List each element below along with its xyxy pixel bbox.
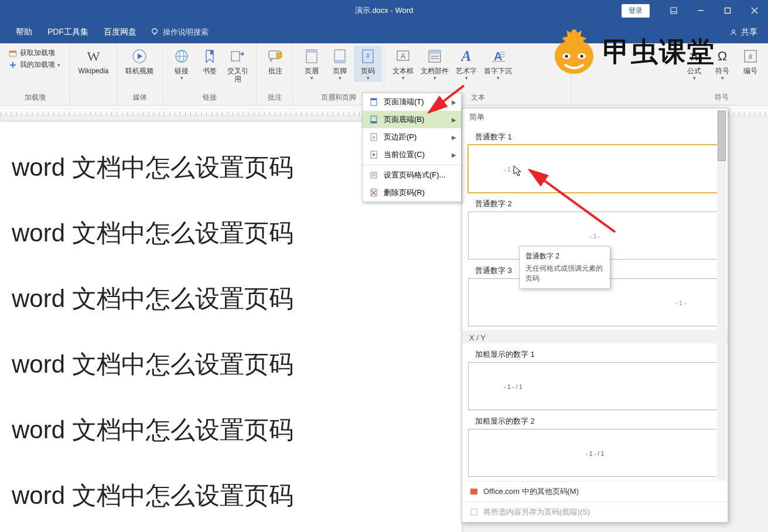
svg-rect-16 bbox=[231, 52, 240, 61]
svg-text:A: A bbox=[494, 50, 502, 63]
page-bottom-icon bbox=[368, 115, 379, 124]
tab-pdf-tools[interactable]: PDF工具集 bbox=[40, 21, 96, 43]
share-button[interactable]: 共享 bbox=[729, 27, 757, 37]
wordart-button[interactable]: A 艺术字 ▾ bbox=[452, 46, 480, 82]
tab-baidu-disk[interactable]: 百度网盘 bbox=[96, 21, 144, 43]
current-pos-icon bbox=[368, 150, 379, 159]
group-label-media: 媒体 bbox=[117, 91, 162, 105]
scrollbar-thumb[interactable] bbox=[718, 111, 726, 161]
wordart-icon: A bbox=[457, 47, 476, 66]
doc-line: word 文档中怎么设置页码 bbox=[12, 217, 450, 250]
link-button[interactable]: 链接 ▾ bbox=[168, 46, 196, 82]
menu-page-margins[interactable]: # 页边距(P) ▶ bbox=[363, 128, 461, 146]
gallery-section-xy: X / Y bbox=[462, 330, 728, 343]
gallery-item-label: 普通数字 1 bbox=[468, 128, 722, 145]
mouse-cursor-icon bbox=[513, 165, 523, 177]
svg-line-56 bbox=[530, 170, 615, 232]
maximize-button[interactable] bbox=[714, 0, 741, 21]
svg-text:#: # bbox=[749, 53, 753, 61]
svg-text:#: # bbox=[366, 52, 370, 59]
page-top-icon bbox=[368, 97, 379, 107]
svg-rect-2 bbox=[725, 8, 731, 13]
menu-current-position[interactable]: 当前位置(C) ▶ bbox=[363, 146, 461, 163]
page-margins-icon: # bbox=[368, 132, 379, 142]
beetle-icon bbox=[549, 26, 599, 79]
link-icon bbox=[172, 47, 191, 66]
doc-line: word 文档中怎么设置页码 bbox=[12, 479, 450, 512]
svg-point-60 bbox=[581, 55, 583, 58]
gallery-tooltip: 普通数字 2 无任何格式或强调元素的页码 bbox=[519, 246, 610, 289]
gallery-save-selection[interactable]: 将所选内容另存为页码(底端)(S) bbox=[462, 502, 728, 522]
my-addins-button[interactable]: 我的加载项 ▾ bbox=[8, 60, 60, 70]
svg-rect-51 bbox=[470, 489, 477, 495]
svg-rect-40 bbox=[371, 121, 377, 123]
dropcap-button[interactable]: A 首字下沉 ▾ bbox=[480, 46, 516, 82]
svg-rect-19 bbox=[306, 50, 317, 53]
chevron-right-icon: ▶ bbox=[452, 152, 456, 158]
my-addins-label: 我的加载项 bbox=[20, 60, 55, 70]
annotation-arrow-2 bbox=[521, 163, 621, 239]
tell-me-search[interactable]: 操作说明搜索 bbox=[163, 27, 209, 37]
svg-marker-15 bbox=[210, 50, 213, 55]
svg-marker-11 bbox=[138, 53, 142, 59]
quick-parts-button[interactable]: 文档部件 ▾ bbox=[417, 46, 452, 82]
bulb-icon bbox=[150, 27, 159, 38]
close-button[interactable] bbox=[741, 0, 768, 21]
get-addins-button[interactable]: 获取加载项 bbox=[8, 48, 60, 58]
minimize-button[interactable] bbox=[687, 0, 714, 21]
gallery-item-bold-2[interactable]: 加粗显示的数字 2 - 1 - / 1 bbox=[468, 412, 722, 477]
crossref-icon bbox=[228, 47, 247, 66]
doc-line: word 文档中怎么设置页码 bbox=[12, 348, 450, 381]
tooltip-desc: 无任何格式或强调元素的页码 bbox=[525, 264, 604, 284]
addin-icon bbox=[8, 60, 18, 70]
svg-rect-38 bbox=[371, 98, 377, 100]
svg-rect-45 bbox=[371, 172, 377, 178]
store-icon bbox=[8, 49, 18, 58]
footer-button[interactable]: 页脚 ▾ bbox=[326, 46, 354, 82]
svg-rect-21 bbox=[334, 60, 345, 63]
online-video-button[interactable]: 联机视频 bbox=[122, 46, 157, 76]
format-icon bbox=[368, 170, 379, 180]
gallery-item-bold-1[interactable]: 加粗显示的数字 1 - 1 - / 1 bbox=[468, 346, 722, 410]
textbox-button[interactable]: A 文本框 ▾ bbox=[389, 46, 417, 82]
svg-text:#: # bbox=[373, 135, 376, 140]
comment-button[interactable]: 批注 bbox=[261, 46, 289, 76]
login-button[interactable]: 登录 bbox=[622, 4, 650, 18]
page-number-button[interactable]: # 页码 ▾ bbox=[354, 46, 382, 82]
watermark-text: 甲虫课堂 bbox=[603, 34, 715, 70]
svg-rect-0 bbox=[671, 8, 677, 13]
footer-icon bbox=[330, 47, 349, 66]
save-icon bbox=[469, 507, 479, 517]
parts-icon bbox=[425, 47, 444, 66]
annotation-arrow-1 bbox=[422, 82, 469, 123]
get-addins-label: 获取加载项 bbox=[20, 48, 55, 58]
wikipedia-button[interactable]: W Wikipedia bbox=[75, 46, 112, 76]
textbox-icon: A bbox=[394, 47, 412, 66]
office-icon bbox=[469, 487, 479, 496]
bookmark-button[interactable]: 书签 bbox=[196, 46, 224, 76]
header-icon bbox=[302, 47, 321, 66]
svg-point-5 bbox=[152, 28, 157, 33]
gallery-office-more[interactable]: Office.com 中的其他页码(M) bbox=[462, 481, 728, 502]
svg-line-54 bbox=[429, 86, 464, 112]
svg-text:A: A bbox=[401, 52, 405, 60]
header-button[interactable]: 页眉 ▾ bbox=[298, 46, 326, 82]
svg-rect-27 bbox=[429, 50, 441, 54]
number-icon: # bbox=[741, 47, 760, 66]
watermark-logo: 甲虫课堂 bbox=[549, 26, 715, 79]
svg-point-7 bbox=[732, 30, 735, 33]
title-bar: 演示.docx - Word 登录 bbox=[0, 0, 768, 21]
svg-rect-52 bbox=[471, 509, 477, 515]
menu-format-page-numbers[interactable]: 设置页码格式(F)... bbox=[363, 166, 461, 184]
ribbon-display-button[interactable] bbox=[660, 0, 687, 21]
number-button[interactable]: # 编号 bbox=[736, 46, 764, 76]
svg-rect-28 bbox=[431, 56, 439, 57]
gallery-item-label: 加粗显示的数字 2 bbox=[468, 412, 722, 429]
menu-remove-page-numbers[interactable]: 删除页码(R) bbox=[363, 184, 461, 202]
remove-icon bbox=[368, 188, 379, 197]
tab-help[interactable]: 帮助 bbox=[8, 21, 40, 43]
gallery-scrollbar[interactable] bbox=[717, 110, 726, 480]
crossref-button[interactable]: 交叉引用 bbox=[224, 46, 252, 84]
doc-line: word 文档中怎么设置页码 bbox=[12, 414, 450, 446]
comment-icon bbox=[266, 47, 285, 66]
